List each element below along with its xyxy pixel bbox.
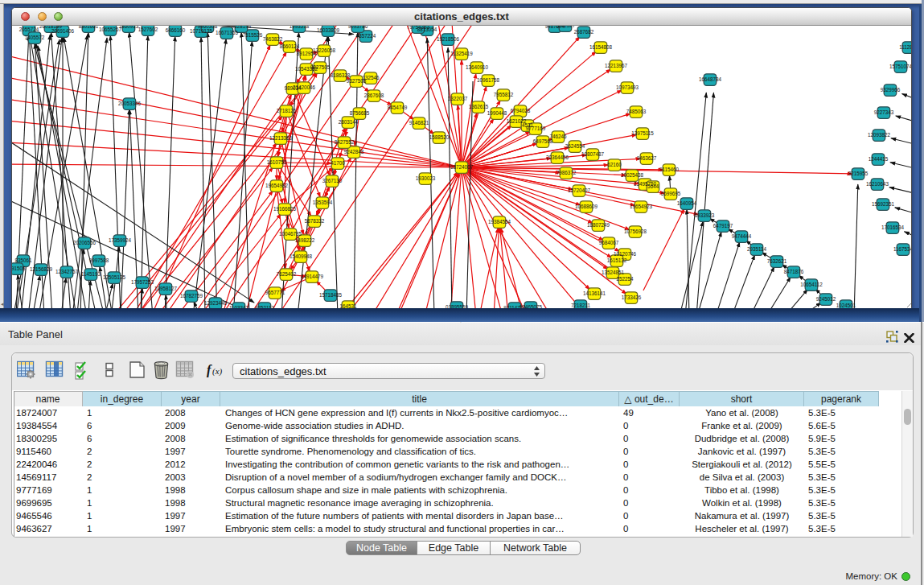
svg-text:7625402: 7625402 [277,271,297,277]
svg-text:13226058: 13226058 [313,47,336,53]
svg-text:10719135: 10719135 [190,28,213,34]
svg-text:2718126: 2718126 [277,108,297,113]
svg-text:7485063: 7485063 [626,109,647,114]
svg-text:19654982: 19654982 [265,183,289,188]
svg-text:3267130: 3267130 [322,178,343,183]
svg-text:6699695: 6699695 [661,191,681,196]
svg-text:10120746: 10120746 [614,251,637,257]
svg-text:17016534: 17016534 [881,225,905,230]
svg-text:12213967: 12213967 [605,63,628,68]
svg-text:7986372: 7986372 [556,170,577,175]
svg-text:20364456: 20364456 [546,154,569,160]
svg-text:20206556: 20206556 [73,240,97,245]
svg-text:1244415: 1244415 [869,156,889,162]
svg-text:16210643: 16210643 [866,181,889,187]
svg-text:21420046: 21420046 [293,84,316,90]
svg-text:19166825: 19166825 [273,206,297,212]
svg-text:8471876: 8471876 [784,269,804,274]
svg-text:10958127: 10958127 [154,286,178,291]
svg-text:746246: 746246 [549,134,567,139]
svg-text:1990448: 1990448 [487,110,507,116]
svg-text:16648784: 16648784 [699,76,722,82]
svg-text:252254: 252254 [616,276,634,282]
svg-text:16154808: 16154808 [589,44,613,50]
svg-text:1322037: 1322037 [448,96,468,101]
svg-text:12342757: 12342757 [55,269,79,274]
svg-text:8427552: 8427552 [335,139,355,145]
svg-text:14914479: 14914479 [301,274,324,279]
svg-text:1405572: 1405572 [25,35,45,40]
svg-text:8756685: 8756685 [350,110,370,116]
svg-text:8215955: 8215955 [848,171,869,176]
svg-text:2803144: 2803144 [339,119,359,125]
svg-text:1527602: 1527602 [138,27,158,32]
svg-text:17359924: 17359924 [109,237,132,243]
svg-text:(x): (x) [212,366,223,377]
svg-text:2935114: 2935114 [747,246,767,252]
svg-text:9093786: 9093786 [348,26,368,29]
svg-text:9657771: 9657771 [265,290,285,295]
svg-text:1362615: 1362615 [469,104,489,109]
svg-text:13640910: 13640910 [466,64,489,70]
svg-text:7463822: 7463822 [263,36,283,42]
svg-text:79754323: 79754323 [407,26,430,30]
svg-text:1353594: 1353594 [313,200,333,205]
svg-text:15718485: 15718485 [319,292,343,298]
svg-text:26018159: 26018159 [39,26,63,29]
svg-text:7632621: 7632621 [767,258,787,264]
svg-text:1145193: 1145193 [81,271,101,277]
svg-text:7357224: 7357224 [356,33,376,39]
svg-text:6794028: 6794028 [511,108,531,113]
svg-text:5878332: 5878332 [305,218,325,224]
svg-text:2687682: 2687682 [574,29,594,35]
svg-text:11325419: 11325419 [450,51,473,56]
svg-text:1733426: 1733426 [622,295,642,300]
svg-text:10654112: 10654112 [800,282,823,287]
svg-text:15692351: 15692351 [872,201,895,207]
svg-text:12505135: 12505135 [103,274,126,280]
svg-text:10688609: 10688609 [575,204,598,209]
svg-text:10961758: 10961758 [477,77,500,83]
svg-text:6497568: 6497568 [533,138,553,144]
svg-text:9227343: 9227343 [874,109,894,115]
svg-text:1640954: 1640954 [677,200,697,206]
svg-text:9960308: 9960308 [198,26,218,29]
svg-text:19384554: 19384554 [488,219,511,225]
svg-text:1610755: 1610755 [267,159,287,165]
svg-text:9463627: 9463627 [637,155,657,161]
svg-text:9146821: 9146821 [409,120,429,126]
svg-text:9329966: 9329966 [881,87,901,93]
svg-text:2055724: 2055724 [19,27,39,32]
svg-text:132546: 132546 [362,75,380,80]
svg-text:9115460: 9115460 [659,167,680,172]
svg-text:4628194: 4628194 [232,26,252,29]
svg-text:12156829: 12156829 [30,266,53,272]
svg-text:10756928: 10756928 [624,229,647,234]
svg-text:20691406: 20691406 [51,28,75,34]
svg-text:1167534: 1167534 [893,246,911,252]
svg-text:8660124: 8660124 [280,43,300,49]
svg-text:1860913: 1860913 [119,26,139,29]
svg-text:3624554: 3624554 [565,143,585,149]
svg-text:15409948: 15409948 [290,253,313,259]
svg-text:16033809: 16033809 [317,27,340,33]
svg-text:18724007: 18724007 [450,164,474,170]
svg-text:15751074: 15751074 [889,64,911,69]
svg-text:5644: 5644 [647,183,659,189]
svg-text:14136141: 14136141 [583,290,606,296]
svg-text:8301661: 8301661 [79,26,99,29]
svg-text:41700: 41700 [331,160,345,166]
svg-text:10973493: 10973493 [616,84,639,90]
svg-text:391503: 391503 [12,266,26,271]
svg-text:2867608: 2867608 [364,93,384,98]
svg-text:13524851: 13524851 [602,270,625,275]
svg-text:9242848: 9242848 [344,149,364,154]
svg-text:6479197: 6479197 [713,223,733,229]
svg-text:10025438: 10025438 [621,172,644,178]
svg-text:12093822: 12093822 [868,132,891,138]
svg-text:10046785: 10046785 [279,231,302,237]
svg-text:1930023: 1930023 [416,175,436,181]
svg-text:1112804: 1112804 [899,44,911,50]
svg-text:8186328: 8186328 [331,72,351,78]
svg-text:12923446: 12923446 [204,300,228,306]
